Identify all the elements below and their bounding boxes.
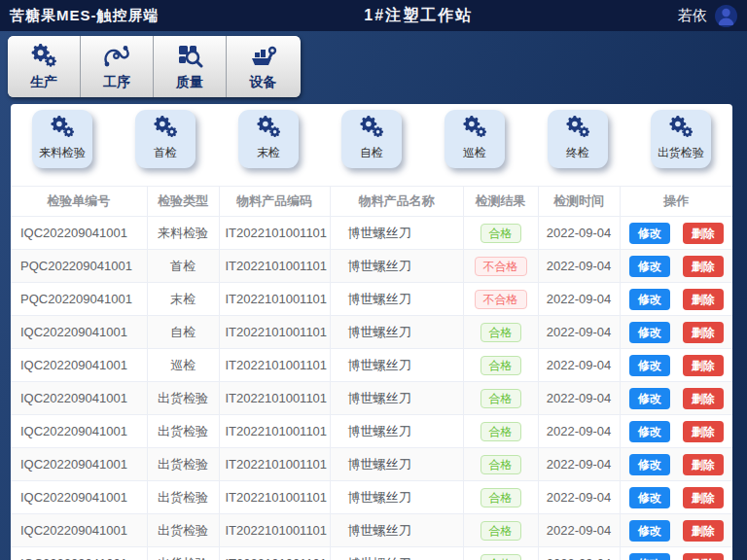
result-cell: 合格 [463, 316, 538, 349]
date-cell: 2022-09-04 [538, 514, 620, 547]
delete-button[interactable]: 删除 [683, 454, 724, 475]
edit-button[interactable]: 修改 [629, 487, 670, 508]
material-code-cell: IT2022101001101 [219, 283, 330, 316]
qc-button-5[interactable]: 巡检 [445, 110, 505, 168]
cogs-icon [667, 110, 694, 145]
qc-button-2[interactable]: 首检 [135, 110, 196, 168]
quality-search-icon [176, 43, 203, 70]
edit-button[interactable]: 修改 [629, 421, 670, 442]
delete-button[interactable]: 删除 [683, 520, 724, 542]
actions-cell: 修改删除 [620, 349, 732, 382]
delete-button[interactable]: 删除 [683, 553, 724, 560]
inspection-type-cell: 出货检验 [147, 448, 219, 481]
qc-button-label: 出货检验 [658, 145, 704, 161]
material-name-cell: 博世螺丝刀 [330, 547, 463, 560]
edit-button[interactable]: 修改 [629, 520, 670, 542]
inspection-id-cell: IQC202209041001 [11, 514, 147, 547]
delete-button[interactable]: 删除 [683, 355, 724, 376]
qc-button-label: 巡检 [463, 145, 486, 161]
inspection-id-cell: PQC202209041001 [11, 250, 147, 283]
material-code-cell: IT2022101001101 [219, 382, 330, 415]
column-header: 检验类型 [147, 187, 219, 217]
cogs-icon [461, 110, 488, 145]
edit-button[interactable]: 修改 [629, 223, 670, 244]
cogs-icon [358, 115, 385, 139]
material-name-cell: 博世螺丝刀 [330, 514, 463, 547]
inspection-type-cell: 末检 [147, 283, 219, 316]
inspection-id-cell: IQC202209041001 [11, 415, 147, 448]
app-title: 苦糖果MES-触控屏端 [10, 7, 160, 25]
route-icon [102, 43, 131, 70]
material-name-cell: 博世螺丝刀 [330, 382, 463, 415]
result-badge: 合格 [480, 422, 521, 441]
cogs-icon [29, 43, 58, 70]
edit-button[interactable]: 修改 [629, 355, 670, 376]
actions-cell: 修改删除 [620, 448, 732, 481]
tab-route[interactable]: 工序 [81, 36, 154, 97]
qc-button-6[interactable]: 终检 [548, 110, 608, 168]
delete-button[interactable]: 删除 [683, 289, 724, 310]
tab-cogs[interactable]: 生产 [8, 36, 81, 97]
qc-button-1[interactable]: 来料检验 [32, 110, 92, 168]
material-name-cell: 博世螺丝刀 [330, 481, 463, 514]
delete-button[interactable]: 删除 [683, 256, 724, 277]
qc-button-4[interactable]: 自检 [341, 110, 402, 168]
date-cell: 2022-09-04 [538, 547, 620, 560]
tab-quality-search[interactable]: 质量 [154, 36, 227, 97]
actions-cell: 修改删除 [620, 382, 732, 415]
table-row: IQC202209041001出货检验IT2022101001101博世螺丝刀合… [11, 382, 732, 415]
actions-cell: 修改删除 [620, 283, 732, 316]
delete-button[interactable]: 删除 [683, 322, 724, 343]
delete-button[interactable]: 删除 [683, 388, 724, 409]
delete-button[interactable]: 删除 [683, 421, 724, 442]
material-code-cell: IT2022101001101 [219, 547, 330, 560]
result-cell: 合格 [463, 415, 538, 448]
actions-cell: 修改删除 [620, 481, 732, 514]
edit-button[interactable]: 修改 [629, 454, 670, 475]
delete-button[interactable]: 删除 [683, 487, 724, 508]
actions-cell: 修改删除 [620, 514, 732, 547]
qc-button-row: 来料检验首检末检自检巡检终检出货检验 [11, 104, 732, 174]
equipment-icon [249, 43, 278, 70]
user-area[interactable]: 若依 [678, 5, 737, 27]
edit-button[interactable]: 修改 [629, 553, 670, 560]
user-icon [715, 5, 737, 27]
qc-button-label: 自检 [360, 145, 383, 161]
edit-button[interactable]: 修改 [629, 289, 670, 310]
table-body: IQC202209041001来料检验IT2022101001101博世螺丝刀合… [11, 217, 732, 560]
result-cell: 合格 [463, 481, 538, 514]
actions-cell: 修改删除 [620, 547, 732, 560]
table-header-row: 检验单编号检验类型物料产品编码物料产品名称检测结果检测时间操作 [11, 187, 732, 217]
edit-button[interactable]: 修改 [629, 256, 670, 277]
avatar[interactable] [715, 5, 737, 27]
qc-button-label: 首检 [154, 145, 177, 161]
table-row: IQC202209041001出货检验IT2022101001101博世螺丝刀合… [11, 481, 732, 514]
actions-cell: 修改删除 [620, 415, 732, 448]
tab-equipment[interactable]: 设备 [227, 36, 300, 97]
result-badge: 合格 [480, 521, 521, 541]
column-header: 物料产品名称 [330, 187, 463, 217]
edit-button[interactable]: 修改 [629, 322, 670, 343]
qc-button-label: 末检 [257, 145, 280, 161]
qc-button-label: 来料检验 [39, 145, 86, 161]
qc-button-7[interactable]: 出货检验 [651, 110, 711, 168]
equipment-icon [249, 43, 278, 69]
inspection-id-cell: PQC202209041001 [11, 283, 147, 316]
date-cell: 2022-09-04 [538, 349, 620, 382]
actions-cell: 修改删除 [620, 316, 732, 349]
cogs-icon [255, 115, 282, 139]
result-badge: 不合格 [475, 290, 527, 309]
table-row: IQC202209041001巡检IT2022101001101博世螺丝刀合格2… [11, 349, 732, 382]
top-navbar: 苦糖果MES-触控屏端 1#注塑工作站 若依 [0, 0, 747, 31]
edit-button[interactable]: 修改 [629, 388, 670, 409]
cogs-icon [461, 115, 488, 139]
qc-button-3[interactable]: 末检 [238, 110, 299, 168]
date-cell: 2022-09-04 [538, 448, 620, 481]
inspection-id-cell: IQC202209041001 [11, 382, 147, 415]
inspection-type-cell: 出货检验 [147, 481, 219, 514]
column-header: 检测时间 [538, 187, 620, 217]
delete-button[interactable]: 删除 [683, 223, 724, 244]
material-name-cell: 博世螺丝刀 [330, 250, 463, 283]
cogs-icon [255, 110, 282, 145]
username: 若依 [678, 7, 707, 25]
